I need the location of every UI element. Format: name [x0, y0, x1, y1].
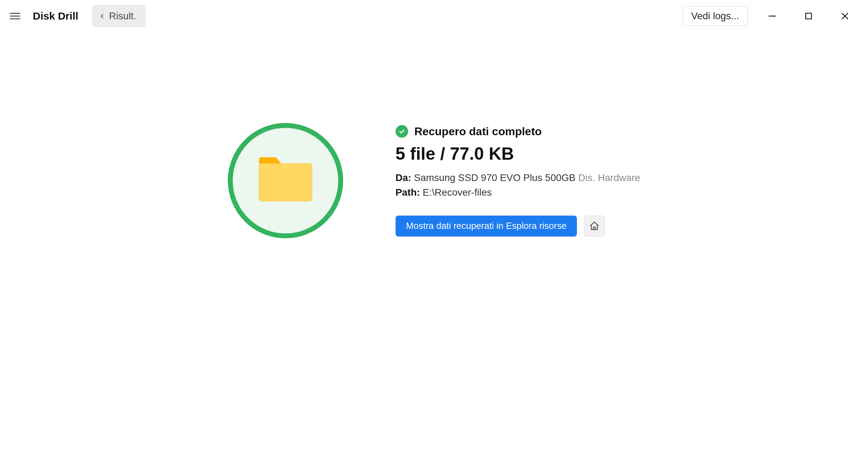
maximize-button[interactable] [801, 8, 816, 24]
close-icon [840, 11, 850, 21]
minimize-button[interactable] [765, 8, 780, 24]
path-value: E:\Recover-files [423, 187, 492, 198]
maximize-icon [804, 11, 813, 21]
chevron-left-icon [99, 13, 106, 20]
source-type: Dis. Hardware [578, 172, 640, 183]
minimize-icon [767, 11, 777, 21]
home-button[interactable] [584, 216, 605, 237]
menu-icon[interactable] [10, 9, 23, 23]
back-button[interactable]: Risult. [92, 5, 145, 27]
close-button[interactable] [837, 8, 853, 24]
summary-text: 5 file / 77.0 KB [396, 144, 640, 164]
svg-rect-1 [806, 13, 811, 19]
home-icon [589, 221, 600, 231]
status-text: Recupero dati completo [414, 125, 542, 138]
window-controls [765, 8, 853, 24]
source-row: Da: Samsung SSD 970 EVO Plus 500GB Dis. … [396, 172, 640, 183]
show-in-explorer-button[interactable]: Mostra dati recuperati in Esplora risors… [396, 216, 577, 237]
folder-icon [257, 157, 314, 204]
view-logs-button[interactable]: Vedi logs... [682, 6, 748, 26]
path-row: Path: E:\Recover-files [396, 187, 640, 198]
path-label: Path: [396, 187, 420, 198]
main-content: Recupero dati completo 5 file / 77.0 KB … [0, 32, 868, 238]
source-value: Samsung SSD 970 EVO Plus 500GB [414, 172, 576, 183]
back-button-label: Risult. [109, 10, 136, 22]
details-panel: Recupero dati completo 5 file / 77.0 KB … [396, 125, 640, 237]
status-row: Recupero dati completo [396, 125, 640, 138]
actions-row: Mostra dati recuperati in Esplora risors… [396, 216, 640, 237]
success-illustration [228, 123, 343, 238]
app-title: Disk Drill [33, 10, 78, 22]
svg-rect-5 [594, 227, 595, 230]
svg-rect-4 [259, 164, 312, 201]
topbar: Disk Drill Risult. Vedi logs... [0, 0, 868, 32]
source-label: Da: [396, 172, 411, 183]
check-icon [396, 125, 408, 138]
